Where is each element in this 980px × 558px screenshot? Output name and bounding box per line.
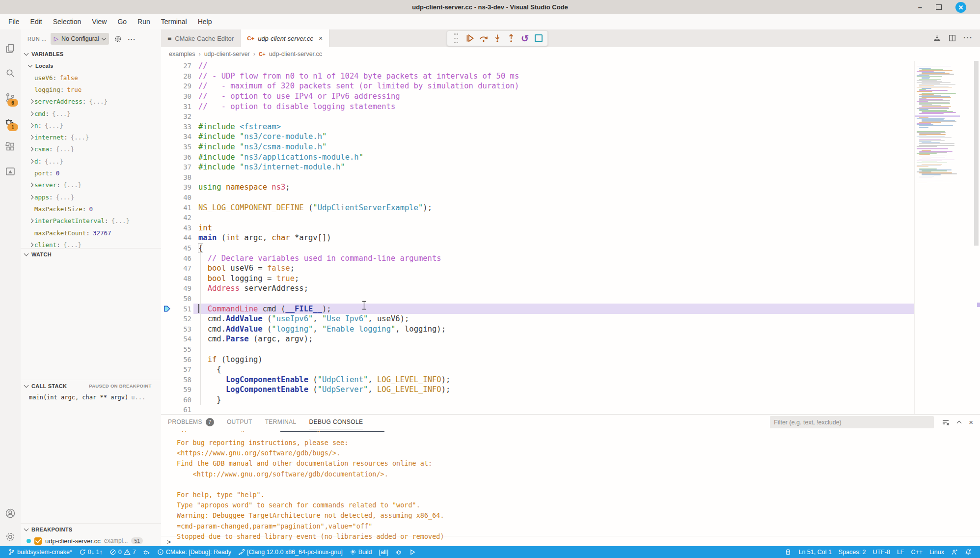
code-line[interactable]: 45{ bbox=[161, 243, 980, 253]
code-line[interactable]: 38 bbox=[161, 172, 980, 183]
breakpoint-margin[interactable] bbox=[161, 263, 174, 274]
breakpoint-margin[interactable] bbox=[161, 122, 174, 132]
breakpoint-margin[interactable] bbox=[161, 132, 174, 142]
variable-row[interactable]: logging:true bbox=[21, 84, 161, 95]
code-line[interactable]: 52 cmd.AddValue ("useIpv6", "Use Ipv6", … bbox=[161, 314, 980, 324]
code-line[interactable]: 33#include <fstream> bbox=[161, 122, 980, 132]
status-notifications[interactable] bbox=[961, 546, 975, 558]
status-encoding[interactable]: UTF-8 bbox=[869, 546, 893, 558]
status-debug-target[interactable] bbox=[392, 546, 406, 558]
menu-terminal[interactable]: Terminal bbox=[156, 16, 192, 27]
debug-console-output[interactable]: Type "show configuration" for configurat… bbox=[177, 431, 962, 540]
code-editor[interactable]: 27//28// - UDP flow from n0 to n1 of 102… bbox=[161, 61, 980, 414]
breakpoint-margin[interactable] bbox=[161, 344, 174, 355]
variables-section-header[interactable]: VARIABLES bbox=[21, 48, 161, 60]
explorer-icon[interactable] bbox=[0, 36, 21, 61]
breakpoint-list-item[interactable]: udp-client-server.cc exampl... 51 bbox=[21, 535, 161, 547]
code-line[interactable]: 43int bbox=[161, 223, 980, 233]
drag-handle-icon[interactable] bbox=[450, 32, 462, 44]
breakpoints-section-header[interactable]: BREAKPOINTS bbox=[21, 523, 161, 535]
breakpoint-margin[interactable] bbox=[161, 112, 174, 122]
code-line[interactable]: 30// - option to use IPv4 or IPv6 addres… bbox=[161, 91, 980, 102]
status-cmake-status[interactable]: CMake: [Debug]: Ready bbox=[154, 546, 235, 558]
breakpoint-margin[interactable] bbox=[161, 354, 174, 364]
watch-section-header[interactable]: WATCH bbox=[21, 248, 161, 260]
run-debug-icon[interactable]: 1 bbox=[0, 110, 21, 135]
breakpoint-margin[interactable] bbox=[161, 142, 174, 152]
breakpoint-margin[interactable] bbox=[161, 334, 174, 344]
breakpoint-margin[interactable] bbox=[161, 273, 174, 283]
variable-row[interactable]: internet:{...} bbox=[21, 131, 161, 143]
breakpoint-checkbox[interactable] bbox=[34, 537, 42, 545]
code-line[interactable]: 56 if (logging) bbox=[161, 354, 980, 364]
code-line[interactable]: 50 bbox=[161, 294, 980, 304]
test-explorer-icon[interactable] bbox=[0, 159, 21, 184]
menu-file[interactable]: File bbox=[3, 16, 25, 27]
status-language[interactable]: C++ bbox=[907, 546, 926, 558]
panel-tab-problems[interactable]: PROBLEMS7 bbox=[168, 415, 214, 429]
panel-tab-terminal[interactable]: TERMINAL bbox=[265, 415, 297, 429]
code-line[interactable]: 41NS_LOG_COMPONENT_DEFINE ("UdpClientSer… bbox=[161, 202, 980, 213]
variable-row[interactable]: maxPacketCount:32767 bbox=[21, 227, 161, 239]
menu-view[interactable]: View bbox=[86, 16, 112, 27]
code-line[interactable]: 29// - maximum of 320 packets sent (or l… bbox=[161, 81, 980, 91]
debug-console-input[interactable]: > bbox=[161, 536, 980, 547]
breadcrumb-item[interactable]: udp-client-server bbox=[204, 51, 250, 57]
more-actions-icon[interactable]: ··· bbox=[128, 35, 136, 43]
variable-row[interactable]: interPacketInterval:{...} bbox=[21, 215, 161, 227]
status-build-target[interactable]: [all] bbox=[375, 546, 391, 558]
code-line[interactable]: 47 bool useV6 = false; bbox=[161, 263, 980, 274]
code-line[interactable]: 44main (int argc, char *argv[]) bbox=[161, 233, 980, 243]
code-line[interactable]: 51 CommandLine cmd (__FILE__); bbox=[161, 304, 980, 314]
variable-row[interactable]: port:0 bbox=[21, 167, 161, 179]
tab-cmake-cache-editor[interactable]: ≡ CMake Cache Editor bbox=[161, 29, 241, 47]
code-line[interactable]: 60 } bbox=[161, 395, 980, 405]
breakpoint-margin[interactable] bbox=[161, 61, 174, 71]
close-tab-icon[interactable]: × bbox=[319, 34, 323, 42]
filter-clear-icon[interactable] bbox=[942, 418, 950, 426]
code-line[interactable]: 36#include "ns3/applications-module.h" bbox=[161, 152, 980, 162]
code-line[interactable]: 46 // Declare variables used in command-… bbox=[161, 253, 980, 263]
call-stack-frame[interactable]: main(int argc, char ** argv) u... bbox=[21, 391, 161, 403]
breakpoint-margin[interactable] bbox=[161, 283, 174, 294]
breakpoint-margin[interactable] bbox=[161, 152, 174, 162]
code-line[interactable]: 53 cmd.AddValue ("logging", "Enable logg… bbox=[161, 324, 980, 334]
breakpoint-margin[interactable] bbox=[161, 304, 174, 314]
variable-row[interactable]: apps:{...} bbox=[21, 191, 161, 203]
status-eol[interactable]: LF bbox=[894, 546, 908, 558]
breakpoint-margin[interactable] bbox=[161, 364, 174, 375]
extensions-icon[interactable] bbox=[0, 135, 21, 159]
search-icon[interactable] bbox=[0, 61, 21, 85]
breakpoint-margin[interactable] bbox=[161, 81, 174, 91]
menu-selection[interactable]: Selection bbox=[48, 16, 87, 27]
variable-row[interactable]: n:{...} bbox=[21, 119, 161, 131]
code-line[interactable]: 28// - UDP flow from n0 to n1 of 1024 by… bbox=[161, 71, 980, 82]
panel-tab-debug-console[interactable]: DEBUG CONSOLE bbox=[309, 415, 363, 429]
status-sync[interactable]: 0↓ 1↑ bbox=[76, 546, 106, 558]
status-cursor-position[interactable]: Ln 51, Col 1 bbox=[795, 546, 835, 558]
source-control-icon[interactable]: 6 bbox=[0, 85, 21, 110]
status-indentation[interactable]: Spaces: 2 bbox=[835, 546, 870, 558]
split-editor-icon[interactable] bbox=[948, 34, 956, 42]
step-over-button[interactable] bbox=[478, 32, 490, 44]
variable-row[interactable]: MaxPacketSize:0 bbox=[21, 203, 161, 215]
menu-edit[interactable]: Edit bbox=[25, 16, 48, 27]
breakpoint-margin[interactable] bbox=[161, 324, 174, 334]
breakpoint-margin[interactable] bbox=[161, 395, 174, 405]
panel-tab-output[interactable]: OUTPUT bbox=[227, 415, 252, 429]
code-line[interactable]: 54 cmd.Parse (argc, argv); bbox=[161, 334, 980, 344]
settings-gear-icon[interactable] bbox=[0, 525, 21, 549]
code-line[interactable]: 49 Address serverAddress; bbox=[161, 283, 980, 294]
menu-run[interactable]: Run bbox=[132, 16, 156, 27]
maximize-panel-icon[interactable] bbox=[957, 421, 962, 426]
breakpoint-margin[interactable] bbox=[161, 101, 174, 112]
breakpoint-margin[interactable] bbox=[161, 182, 174, 193]
more-actions-icon[interactable]: ··· bbox=[963, 33, 973, 42]
code-line[interactable]: 42 bbox=[161, 213, 980, 223]
status-kit[interactable]: [Clang 12.0.0 x86_64-pc-linux-gnu] bbox=[235, 546, 346, 558]
menu-help[interactable]: Help bbox=[192, 16, 218, 27]
status-feedback[interactable] bbox=[948, 546, 961, 558]
breakpoint-margin[interactable] bbox=[161, 172, 174, 183]
variable-row[interactable]: server:{...} bbox=[21, 179, 161, 191]
breakpoint-margin[interactable] bbox=[161, 405, 174, 414]
